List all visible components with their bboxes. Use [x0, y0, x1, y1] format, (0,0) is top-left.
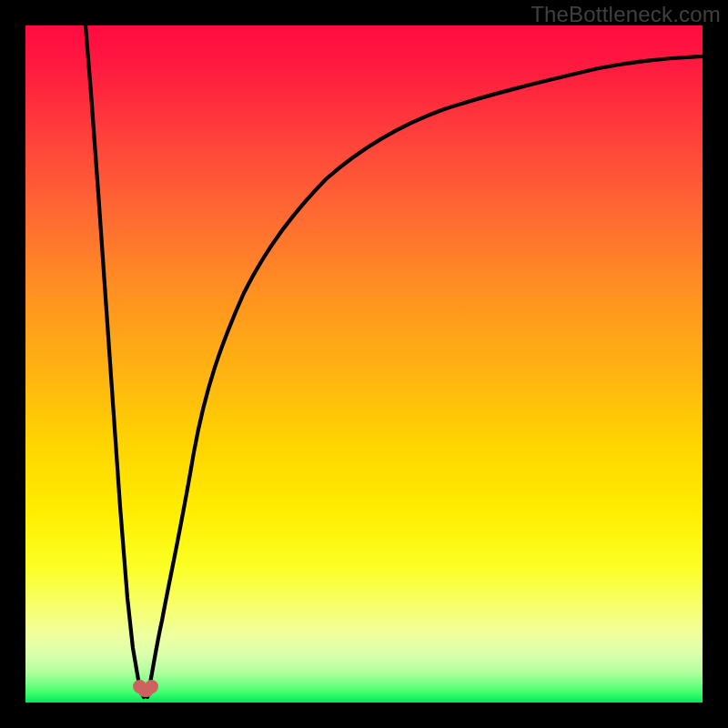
- plot-area: [25, 25, 703, 703]
- curve-left-branch: [86, 25, 144, 697]
- chart-frame: TheBottleneck.com: [0, 0, 728, 728]
- watermark-text: TheBottleneck.com: [531, 2, 721, 27]
- curve-right-branch: [147, 56, 703, 697]
- bottleneck-curve: [25, 25, 703, 703]
